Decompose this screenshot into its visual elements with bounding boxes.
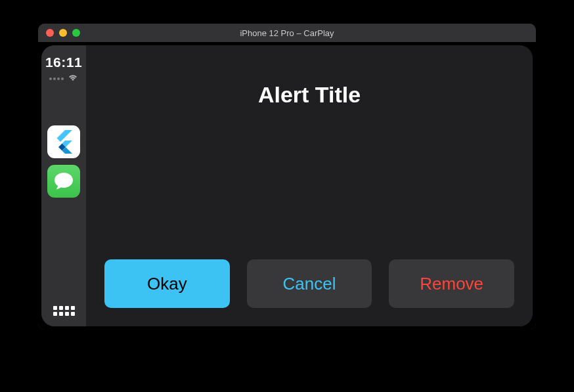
close-window-button[interactable] (46, 29, 54, 37)
alert-title: Alert Title (104, 82, 514, 108)
carplay-container: 16:11 (38, 42, 536, 330)
alert-content: Alert Title Okay Cancel Remove (86, 45, 533, 326)
minimize-window-button[interactable] (59, 29, 67, 37)
status-row (49, 73, 78, 85)
flutter-app-icon[interactable] (47, 125, 80, 158)
traffic-lights (38, 29, 80, 37)
simulator-window: iPhone 12 Pro – CarPlay 16:11 (38, 24, 536, 330)
cancel-button[interactable]: Cancel (247, 259, 372, 308)
clock: 16:11 (45, 54, 82, 70)
alert-button-row: Okay Cancel Remove (104, 259, 514, 308)
messages-app-icon[interactable] (47, 165, 80, 198)
app-grid-button[interactable] (51, 302, 77, 320)
cellular-signal-icon (49, 77, 64, 80)
window-title: iPhone 12 Pro – CarPlay (38, 28, 536, 38)
remove-button[interactable]: Remove (389, 259, 514, 308)
wifi-icon (68, 73, 78, 85)
zoom-window-button[interactable] (72, 29, 80, 37)
titlebar: iPhone 12 Pro – CarPlay (38, 24, 536, 42)
carplay-sidebar: 16:11 (41, 45, 86, 326)
okay-button[interactable]: Okay (104, 259, 230, 308)
sidebar-apps (47, 125, 80, 198)
carplay-screen: 16:11 (41, 45, 533, 326)
